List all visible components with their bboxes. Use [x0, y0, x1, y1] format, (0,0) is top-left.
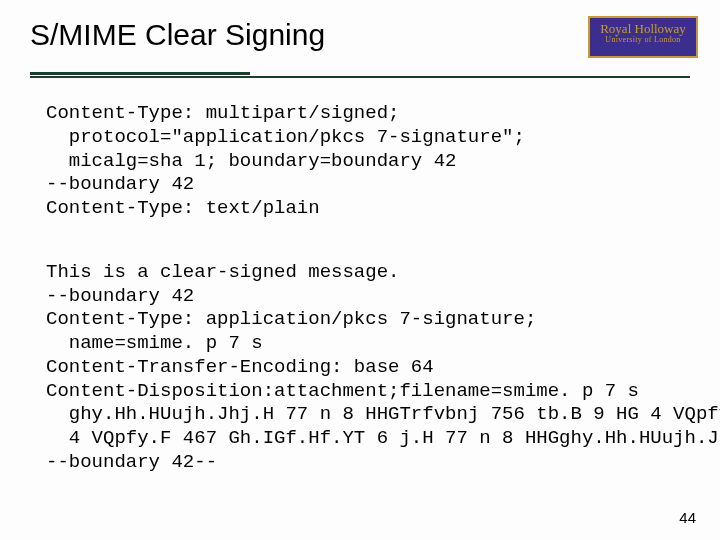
page-number: 44 [679, 509, 696, 526]
rule-main [30, 76, 690, 78]
slide: S/MIME Clear Signing Royal Holloway Univ… [0, 0, 720, 540]
code-block-2: This is a clear-signed message. --bounda… [0, 243, 720, 475]
logo-line2: University of London [590, 36, 696, 45]
logo-line1: Royal Holloway [590, 22, 696, 36]
rule-accent [30, 72, 250, 75]
institution-logo: Royal Holloway University of London [588, 16, 698, 58]
header-rule [30, 72, 690, 84]
code-block-1: Content-Type: multipart/signed; protocol… [0, 84, 720, 221]
header: S/MIME Clear Signing Royal Holloway Univ… [0, 0, 720, 72]
